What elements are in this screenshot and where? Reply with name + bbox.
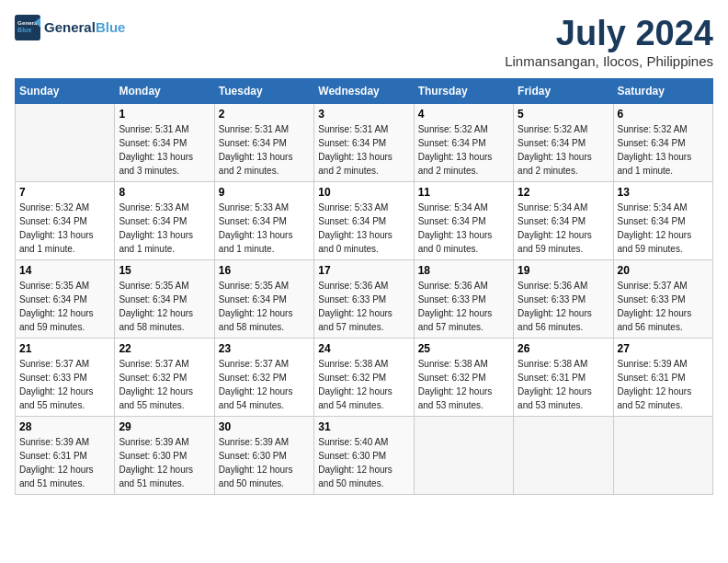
week-row-2: 7Sunrise: 5:32 AM Sunset: 6:34 PM Daylig… xyxy=(16,181,713,259)
day-info: Sunrise: 5:34 AM Sunset: 6:34 PM Dayligh… xyxy=(518,201,609,256)
day-number: 1 xyxy=(119,108,210,121)
calendar-cell: 12Sunrise: 5:34 AM Sunset: 6:34 PM Dayli… xyxy=(514,181,613,259)
day-number: 5 xyxy=(518,108,609,121)
main-title: July 2024 xyxy=(505,15,713,53)
day-info: Sunrise: 5:37 AM Sunset: 6:32 PM Dayligh… xyxy=(219,357,310,412)
day-number: 24 xyxy=(318,342,409,355)
day-info: Sunrise: 5:31 AM Sunset: 6:34 PM Dayligh… xyxy=(318,122,409,178)
calendar-cell: 25Sunrise: 5:38 AM Sunset: 6:32 PM Dayli… xyxy=(414,338,513,416)
day-number: 29 xyxy=(119,420,210,433)
calendar-cell: 27Sunrise: 5:39 AM Sunset: 6:31 PM Dayli… xyxy=(613,338,712,416)
calendar-cell xyxy=(514,416,613,494)
calendar-cell: 9Sunrise: 5:33 AM Sunset: 6:34 PM Daylig… xyxy=(214,181,313,259)
calendar-cell xyxy=(613,416,712,494)
day-info: Sunrise: 5:36 AM Sunset: 6:33 PM Dayligh… xyxy=(518,279,609,334)
day-info: Sunrise: 5:32 AM Sunset: 6:34 PM Dayligh… xyxy=(618,122,709,178)
calendar-cell: 8Sunrise: 5:33 AM Sunset: 6:34 PM Daylig… xyxy=(115,181,214,259)
calendar-cell: 17Sunrise: 5:36 AM Sunset: 6:33 PM Dayli… xyxy=(314,259,414,338)
day-info: Sunrise: 5:38 AM Sunset: 6:31 PM Dayligh… xyxy=(518,357,609,412)
day-info: Sunrise: 5:32 AM Sunset: 6:34 PM Dayligh… xyxy=(518,122,609,178)
day-info: Sunrise: 5:35 AM Sunset: 6:34 PM Dayligh… xyxy=(219,279,310,334)
calendar-cell: 4Sunrise: 5:32 AM Sunset: 6:34 PM Daylig… xyxy=(414,103,513,181)
day-number: 7 xyxy=(19,186,110,199)
calendar-cell: 1Sunrise: 5:31 AM Sunset: 6:34 PM Daylig… xyxy=(115,103,214,181)
calendar-cell: 23Sunrise: 5:37 AM Sunset: 6:32 PM Dayli… xyxy=(214,338,313,416)
svg-text:Blue: Blue xyxy=(17,27,31,33)
day-number: 25 xyxy=(418,342,509,355)
day-number: 27 xyxy=(618,342,709,355)
day-info: Sunrise: 5:31 AM Sunset: 6:34 PM Dayligh… xyxy=(119,122,210,178)
day-info: Sunrise: 5:37 AM Sunset: 6:33 PM Dayligh… xyxy=(618,279,709,334)
calendar-cell: 31Sunrise: 5:40 AM Sunset: 6:30 PM Dayli… xyxy=(314,416,414,494)
calendar-cell: 3Sunrise: 5:31 AM Sunset: 6:34 PM Daylig… xyxy=(314,103,414,181)
calendar-cell: 22Sunrise: 5:37 AM Sunset: 6:32 PM Dayli… xyxy=(115,338,214,416)
day-number: 16 xyxy=(219,264,310,277)
day-info: Sunrise: 5:32 AM Sunset: 6:34 PM Dayligh… xyxy=(19,201,110,256)
col-friday: Friday xyxy=(514,78,613,103)
day-info: Sunrise: 5:35 AM Sunset: 6:34 PM Dayligh… xyxy=(119,279,210,334)
day-info: Sunrise: 5:34 AM Sunset: 6:34 PM Dayligh… xyxy=(618,201,709,256)
col-tuesday: Tuesday xyxy=(214,78,313,103)
week-row-5: 28Sunrise: 5:39 AM Sunset: 6:31 PM Dayli… xyxy=(16,416,713,494)
day-number: 31 xyxy=(318,420,409,433)
day-number: 9 xyxy=(219,186,310,199)
page-header: General Blue GeneralBlue July 2024 Linma… xyxy=(15,15,713,69)
day-number: 26 xyxy=(518,342,609,355)
calendar-cell: 29Sunrise: 5:39 AM Sunset: 6:30 PM Dayli… xyxy=(115,416,214,494)
day-number: 14 xyxy=(19,264,110,277)
calendar-cell: 26Sunrise: 5:38 AM Sunset: 6:31 PM Dayli… xyxy=(514,338,613,416)
calendar-cell: 21Sunrise: 5:37 AM Sunset: 6:33 PM Dayli… xyxy=(16,338,115,416)
day-number: 17 xyxy=(318,264,409,277)
calendar-cell: 18Sunrise: 5:36 AM Sunset: 6:33 PM Dayli… xyxy=(414,259,513,338)
day-info: Sunrise: 5:37 AM Sunset: 6:32 PM Dayligh… xyxy=(119,357,210,412)
day-number: 12 xyxy=(518,186,609,199)
day-number: 2 xyxy=(219,108,310,121)
calendar-cell: 15Sunrise: 5:35 AM Sunset: 6:34 PM Dayli… xyxy=(115,259,214,338)
day-info: Sunrise: 5:39 AM Sunset: 6:30 PM Dayligh… xyxy=(219,435,310,490)
calendar-cell: 19Sunrise: 5:36 AM Sunset: 6:33 PM Dayli… xyxy=(514,259,613,338)
calendar-cell: 16Sunrise: 5:35 AM Sunset: 6:34 PM Dayli… xyxy=(214,259,313,338)
day-info: Sunrise: 5:39 AM Sunset: 6:31 PM Dayligh… xyxy=(19,435,110,490)
calendar-cell: 6Sunrise: 5:32 AM Sunset: 6:34 PM Daylig… xyxy=(613,103,712,181)
day-number: 6 xyxy=(618,108,709,121)
day-info: Sunrise: 5:31 AM Sunset: 6:34 PM Dayligh… xyxy=(219,122,310,178)
day-info: Sunrise: 5:40 AM Sunset: 6:30 PM Dayligh… xyxy=(318,435,409,490)
calendar-cell: 24Sunrise: 5:38 AM Sunset: 6:32 PM Dayli… xyxy=(314,338,414,416)
week-row-4: 21Sunrise: 5:37 AM Sunset: 6:33 PM Dayli… xyxy=(16,338,713,416)
day-number: 23 xyxy=(219,342,310,355)
day-number: 20 xyxy=(618,264,709,277)
calendar-cell: 2Sunrise: 5:31 AM Sunset: 6:34 PM Daylig… xyxy=(214,103,313,181)
col-monday: Monday xyxy=(115,78,214,103)
day-number: 10 xyxy=(318,186,409,199)
logo-text: GeneralBlue xyxy=(44,19,125,36)
calendar-cell: 28Sunrise: 5:39 AM Sunset: 6:31 PM Dayli… xyxy=(16,416,115,494)
calendar-cell: 11Sunrise: 5:34 AM Sunset: 6:34 PM Dayli… xyxy=(414,181,513,259)
day-number: 21 xyxy=(19,342,110,355)
day-number: 19 xyxy=(518,264,609,277)
day-number: 4 xyxy=(418,108,509,121)
header-row: Sunday Monday Tuesday Wednesday Thursday… xyxy=(16,78,713,103)
day-info: Sunrise: 5:38 AM Sunset: 6:32 PM Dayligh… xyxy=(318,357,409,412)
day-info: Sunrise: 5:38 AM Sunset: 6:32 PM Dayligh… xyxy=(418,357,509,412)
day-info: Sunrise: 5:33 AM Sunset: 6:34 PM Dayligh… xyxy=(219,201,310,256)
week-row-1: 1Sunrise: 5:31 AM Sunset: 6:34 PM Daylig… xyxy=(16,103,713,181)
day-number: 13 xyxy=(618,186,709,199)
logo-icon: General Blue xyxy=(15,15,40,40)
col-sunday: Sunday xyxy=(16,78,115,103)
day-number: 18 xyxy=(418,264,509,277)
day-info: Sunrise: 5:33 AM Sunset: 6:34 PM Dayligh… xyxy=(318,201,409,256)
day-number: 11 xyxy=(418,186,509,199)
day-number: 3 xyxy=(318,108,409,121)
day-info: Sunrise: 5:36 AM Sunset: 6:33 PM Dayligh… xyxy=(318,279,409,334)
day-number: 22 xyxy=(119,342,210,355)
calendar-cell: 30Sunrise: 5:39 AM Sunset: 6:30 PM Dayli… xyxy=(214,416,313,494)
calendar-cell: 10Sunrise: 5:33 AM Sunset: 6:34 PM Dayli… xyxy=(314,181,414,259)
calendar-cell: 7Sunrise: 5:32 AM Sunset: 6:34 PM Daylig… xyxy=(16,181,115,259)
day-number: 28 xyxy=(19,420,110,433)
day-number: 30 xyxy=(219,420,310,433)
day-info: Sunrise: 5:35 AM Sunset: 6:34 PM Dayligh… xyxy=(19,279,110,334)
calendar-cell xyxy=(16,103,115,181)
calendar-table: Sunday Monday Tuesday Wednesday Thursday… xyxy=(15,78,713,495)
col-thursday: Thursday xyxy=(414,78,513,103)
day-info: Sunrise: 5:37 AM Sunset: 6:33 PM Dayligh… xyxy=(19,357,110,412)
